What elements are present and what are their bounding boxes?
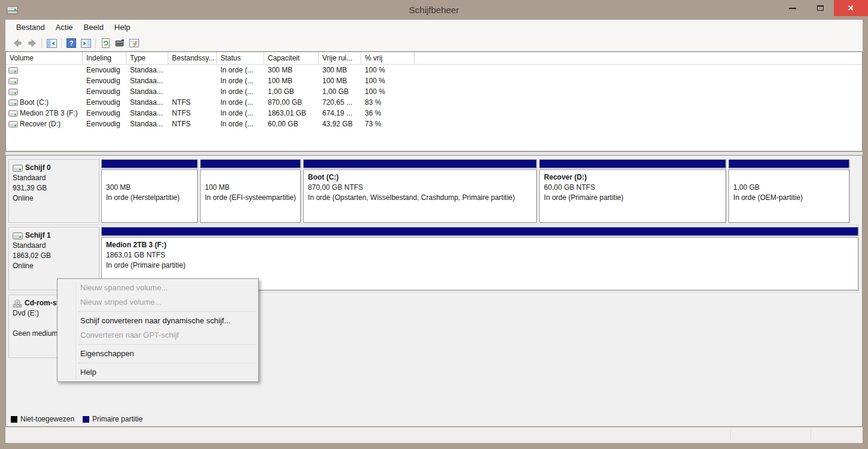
partition-status: In orde (Primaire partitie) [106, 260, 854, 271]
menu-separator [78, 344, 256, 345]
partition-size: 300 MB [106, 183, 193, 193]
menu-actie[interactable]: Actie [50, 20, 78, 35]
partition-color-band [101, 159, 198, 168]
volume-type: Standaa... [126, 120, 168, 128]
statusbar-divider [810, 430, 811, 441]
volume-row[interactable]: Boot (C:) Eenvoudig Standaa... NTFS In o… [6, 97, 862, 108]
volume-capaciteit: 300 MB [264, 66, 319, 74]
partition-recover-d[interactable]: Recover (D:) 60,00 GB NTFS In orde (Prim… [539, 159, 726, 223]
partition-size: 100 MB [205, 183, 296, 193]
volume-type: Standaa... [126, 66, 168, 74]
back-button[interactable] [10, 37, 25, 50]
volume-row[interactable]: Eenvoudig Standaa... In orde (... 100 MB… [6, 75, 862, 86]
disk-size: 931,39 GB [13, 183, 96, 193]
legend: Niet-toegewezen Primaire partitie [11, 415, 143, 423]
legend-label-primary: Primaire partitie [92, 415, 143, 423]
volume-indeling: Eenvoudig [83, 66, 126, 74]
disk-state: Online [13, 193, 96, 204]
partition-efi[interactable]: 100 MB In orde (EFI-systeempartitie) [200, 159, 301, 223]
disk0-label-panel[interactable]: Schijf 0 Standaard 931,39 GB Online [8, 159, 99, 223]
volume-capaciteit: 870,00 GB [264, 98, 319, 107]
volume-vrije-ruimte: 300 MB [319, 66, 361, 74]
refresh-button[interactable] [98, 37, 113, 50]
partition-name: Recover (D:) [544, 172, 721, 183]
volume-vrije-ruimte: 43,92 GB [319, 120, 361, 128]
disk-name: Schijf 1 [25, 230, 51, 241]
column-header-status[interactable]: Status [217, 52, 264, 64]
column-header-type[interactable]: Type [126, 52, 168, 64]
column-header-pct-vrij[interactable]: % vrij [361, 52, 415, 64]
volume-indeling: Eenvoudig [83, 120, 126, 128]
volume-type: Standaa... [126, 109, 168, 117]
menu-help[interactable]: Help [109, 20, 136, 35]
column-header-volume[interactable]: Volume [6, 52, 83, 64]
forward-button[interactable] [25, 37, 39, 50]
volume-vrije-ruimte: 720,65 ... [319, 98, 361, 107]
toolbar-separator [95, 38, 96, 48]
legend-swatch-primary [83, 416, 89, 423]
partition-status: In orde (EFI-systeempartitie) [205, 193, 296, 203]
volume-status: In orde (... [217, 66, 264, 74]
show-console-tree-button[interactable] [44, 37, 59, 50]
volume-icon [8, 67, 18, 74]
volume-row[interactable]: Medion 2TB 3 (F:) Eenvoudig Standaa... N… [6, 108, 862, 119]
partition-oem[interactable]: 1,00 GB In orde (OEM-partitie) [728, 159, 849, 223]
close-button[interactable]: ✕ [834, 0, 868, 16]
partition-boot-c[interactable]: Boot (C:) 870,00 GB NTFS In orde (Opstar… [303, 159, 537, 223]
title-bar: Schijfbeheer ✕ [0, 0, 868, 20]
partition-herstel[interactable]: 300 MB In orde (Herstelpartitie) [101, 159, 198, 223]
partition-status: In orde (OEM-partitie) [733, 193, 845, 203]
volume-row[interactable]: Recover (D:) Eenvoudig Standaa... NTFS I… [6, 119, 862, 129]
statusbar-divider [730, 430, 731, 441]
volume-status: In orde (... [217, 87, 264, 96]
disk-drive-button[interactable] [113, 37, 127, 50]
disk-settings-icon [129, 39, 140, 48]
volume-pct-vrij: 36 % [361, 109, 415, 117]
menu-separator [78, 363, 256, 363]
partition-name [106, 172, 193, 183]
toolbar-separator [41, 38, 42, 48]
partition-color-band [539, 159, 726, 168]
volume-capaciteit: 1,00 GB [264, 87, 319, 96]
toolbar-separator [61, 38, 62, 48]
disk-settings-button[interactable] [127, 37, 141, 50]
svg-text:?: ? [69, 40, 74, 47]
menu-item-help[interactable]: Help [58, 365, 258, 380]
partition-name: Medion 2TB 3 (F:) [106, 240, 854, 250]
volume-bestandssysteem: NTFS [168, 109, 217, 117]
maximize-button[interactable] [806, 0, 834, 16]
status-bar [5, 427, 863, 443]
menu-beeld[interactable]: Beeld [78, 20, 109, 35]
help-button[interactable]: ? [64, 37, 78, 50]
volume-pct-vrij: 73 % [361, 120, 415, 128]
volume-row[interactable]: Eenvoudig Standaa... In orde (... 300 MB… [6, 65, 862, 75]
show-action-pane-button[interactable] [78, 37, 93, 50]
volume-pct-vrij: 100 % [361, 66, 415, 74]
partition-name [205, 172, 296, 183]
column-header-bestandssysteem[interactable]: Bestandssy... [168, 52, 217, 64]
volume-indeling: Eenvoudig [83, 98, 126, 107]
close-icon: ✕ [848, 4, 854, 12]
legend-swatch-unallocated [11, 416, 17, 423]
column-header-vrije-ruimte[interactable]: Vrije rui... [319, 52, 361, 64]
disk-context-menu: Nieuw spanned volume... Nieuw striped vo… [57, 278, 259, 382]
disk-size: 1863,02 GB [13, 251, 96, 261]
column-header-capaciteit[interactable]: Capaciteit [264, 52, 319, 64]
refresh-icon [101, 38, 110, 48]
volume-icon [8, 99, 18, 106]
menu-item-nieuw-striped-volume: Nieuw striped volume... [58, 295, 258, 310]
volume-row[interactable]: Eenvoudig Standaa... In orde (... 1,00 G… [6, 86, 862, 97]
menu-bestand[interactable]: Bestand [11, 20, 50, 35]
partition-size: 1863,01 GB NTFS [106, 250, 854, 260]
column-header-indeling[interactable]: Indeling [83, 52, 126, 64]
volume-status: In orde (... [217, 98, 264, 107]
disk-name: Schijf 0 [25, 163, 51, 173]
menu-item-eigenschappen[interactable]: Eigenschappen [58, 347, 258, 361]
minimize-button[interactable] [779, 0, 806, 16]
volume-bestandssysteem: NTFS [168, 98, 217, 107]
volume-vrije-ruimte: 1,00 GB [319, 87, 361, 96]
forward-icon [28, 39, 37, 47]
menu-item-converteren-dynamische-schijf[interactable]: Schijf converteren naar dynamische schij… [58, 314, 258, 328]
volume-indeling: Eenvoudig [83, 109, 126, 117]
menu-item-nieuw-spanned-volume: Nieuw spanned volume... [58, 281, 258, 295]
